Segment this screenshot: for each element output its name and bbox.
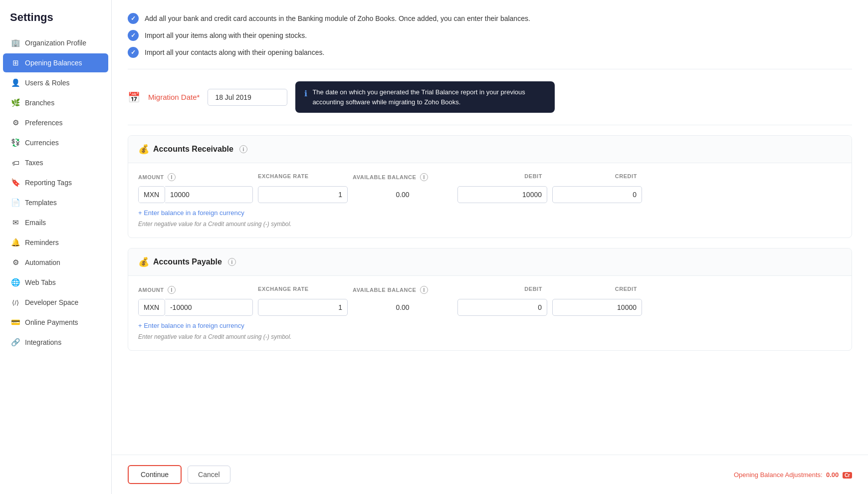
sidebar-item-opening-balances[interactable]: ⊞ Opening Balances (3, 53, 108, 72)
ap-debit-header: DEBIT (457, 286, 547, 294)
ar-amount-header: AMOUNT i (138, 173, 253, 181)
checklist-item-2: Import all your items along with their o… (128, 27, 852, 44)
opening-balances-icon: ⊞ (11, 58, 20, 67)
ap-exchange-rate-header: EXCHANGE RATE (258, 286, 348, 294)
automation-icon: ⚙ (11, 258, 20, 267)
ar-exchange-rate-header: EXCHANGE RATE (258, 173, 348, 181)
ar-currency-select[interactable]: MXN USD EUR (139, 187, 163, 203)
accounts-payable-section: 💰 Accounts Payable i AMOUNT i EXCHANGE R… (128, 248, 852, 351)
currencies-icon: 💱 (11, 138, 20, 147)
ap-field-headers: AMOUNT i EXCHANGE RATE AVAILABLE BALANCE… (138, 286, 842, 294)
ar-exchange-rate-input[interactable] (258, 186, 348, 203)
reminders-icon: 🔔 (11, 238, 20, 247)
accounts-payable-icon: 💰 (138, 256, 149, 267)
migration-date-row: 📅 Migration Date* ℹ The date on which yo… (128, 69, 852, 125)
ap-credit-input[interactable] (552, 299, 642, 316)
ap-foreign-currency-link[interactable]: + Enter balance in a foreign currency (138, 322, 244, 329)
ar-amount-input[interactable] (165, 186, 253, 203)
ap-available-balance-info-icon: i (420, 286, 428, 294)
reporting-tags-icon: 🔖 (11, 178, 20, 187)
sidebar-item-reporting-tags[interactable]: 🔖 Reporting Tags (3, 173, 108, 192)
checklist-item-3: Import all your contacts along with thei… (128, 44, 852, 61)
ar-debit-input[interactable] (457, 186, 547, 203)
ar-currency-select-wrap[interactable]: MXN USD EUR ▾ (138, 186, 165, 203)
footer: Continue Cancel Opening Balance Adjustme… (112, 455, 868, 494)
taxes-icon: 🏷 (11, 158, 20, 167)
ap-debit-input[interactable] (457, 299, 547, 316)
ar-currency-amount-wrap: MXN USD EUR ▾ (138, 186, 253, 203)
sidebar-item-branches[interactable]: 🌿 Branches (3, 93, 108, 112)
sidebar-item-currencies[interactable]: 💱 Currencies (3, 133, 108, 152)
sidebar-item-reminders[interactable]: 🔔 Reminders (3, 233, 108, 252)
sidebar-item-taxes[interactable]: 🏷 Taxes (3, 153, 108, 172)
tooltip-info-icon: ℹ (304, 88, 307, 100)
ar-field-row: MXN USD EUR ▾ 0.00 (138, 186, 842, 203)
migration-label: Migration Date* (148, 93, 200, 101)
sidebar-item-emails[interactable]: ✉ Emails (3, 213, 108, 232)
sidebar-item-online-payments[interactable]: 💳 Online Payments (3, 313, 108, 332)
migration-tooltip: ℹ The date on which you generated the Tr… (295, 81, 555, 113)
ar-foreign-currency-link[interactable]: + Enter balance in a foreign currency (138, 209, 244, 217)
sidebar-item-users-roles[interactable]: 👤 Users & Roles (3, 73, 108, 92)
ar-credit-header: CREDIT (552, 173, 642, 181)
templates-icon: 📄 (11, 198, 20, 207)
migration-date-input[interactable] (208, 89, 287, 106)
ar-available-balance-header: AVAILABLE BALANCE i (353, 173, 452, 181)
users-roles-icon: 👤 (11, 78, 20, 87)
ar-debit-header: DEBIT (457, 173, 547, 181)
ap-available-balance-header: AVAILABLE BALANCE i (353, 286, 452, 294)
ar-field-headers: AMOUNT i EXCHANGE RATE AVAILABLE BALANCE… (138, 173, 842, 181)
sidebar-item-automation[interactable]: ⚙ Automation (3, 253, 108, 272)
sidebar: Settings 🏢 Organization Profile ⊞ Openin… (0, 0, 112, 494)
sidebar-item-templates[interactable]: 📄 Templates (3, 193, 108, 212)
ar-amount-info-icon: i (168, 173, 176, 181)
sidebar-item-preferences[interactable]: ⚙ Preferences (3, 113, 108, 132)
sidebar-item-integrations[interactable]: 🔗 Integrations (3, 333, 108, 352)
ap-negative-hint: Enter negative value for a Credit amount… (138, 333, 842, 340)
checklist-section: Add all your bank and credit card accoun… (128, 0, 852, 69)
sidebar-item-developer-space[interactable]: ⟨/⟩ Developer Space (3, 293, 108, 312)
ap-amount-input[interactable] (165, 299, 253, 316)
integrations-icon: 🔗 (11, 338, 20, 347)
ap-available-balance-value: 0.00 (353, 299, 452, 315)
ap-currency-select[interactable]: MXN USD EUR (139, 299, 163, 315)
ar-available-balance-info-icon: i (420, 173, 428, 181)
online-payments-icon: 💳 (11, 318, 20, 327)
cancel-button[interactable]: Cancel (188, 466, 230, 484)
accounts-receivable-section: 💰 Accounts Receivable i AMOUNT i EXCHANG… (128, 135, 852, 238)
ap-currency-amount-wrap: MXN USD EUR ▾ (138, 299, 253, 316)
branches-icon: 🌿 (11, 98, 20, 107)
ar-negative-hint: Enter negative value for a Credit amount… (138, 221, 842, 228)
check-icon-1 (128, 13, 139, 24)
main-panel: Add all your bank and credit card accoun… (112, 0, 868, 494)
accounts-payable-info-icon: i (228, 258, 236, 266)
continue-button[interactable]: Continue (128, 465, 182, 484)
accounts-payable-body: AMOUNT i EXCHANGE RATE AVAILABLE BALANCE… (128, 276, 852, 350)
ap-credit-header: CREDIT (552, 286, 642, 294)
ap-amount-header: AMOUNT i (138, 286, 253, 294)
accounts-receivable-icon: 💰 (138, 144, 149, 155)
sidebar-item-web-tabs[interactable]: 🌐 Web Tabs (3, 273, 108, 292)
ar-credit-input[interactable] (552, 186, 642, 203)
cr-badge: Cr (843, 472, 852, 479)
checklist-item-1: Add all your bank and credit card accoun… (128, 10, 852, 27)
web-tabs-icon: 🌐 (11, 278, 20, 287)
preferences-icon: ⚙ (11, 118, 20, 127)
sidebar-item-org-profile[interactable]: 🏢 Organization Profile (3, 33, 108, 52)
ap-exchange-rate-input[interactable] (258, 299, 348, 316)
ar-available-balance-value: 0.00 (353, 187, 452, 203)
adjustment-text: Opening Balance Adjustments: 0.00 Cr (734, 471, 852, 479)
accounts-receivable-info-icon: i (239, 145, 247, 153)
migration-icon: 📅 (128, 91, 140, 103)
check-icon-2 (128, 30, 139, 41)
emails-icon: ✉ (11, 218, 20, 227)
developer-space-icon: ⟨/⟩ (11, 298, 20, 307)
org-profile-icon: 🏢 (11, 38, 20, 47)
app-title: Settings (0, 0, 111, 33)
ap-field-row: MXN USD EUR ▾ 0.00 (138, 299, 842, 316)
adjustment-value: 0.00 (826, 471, 839, 479)
accounts-receivable-body: AMOUNT i EXCHANGE RATE AVAILABLE BALANCE… (128, 163, 852, 238)
check-icon-3 (128, 47, 139, 58)
ap-amount-info-icon: i (168, 286, 176, 294)
ap-currency-select-wrap[interactable]: MXN USD EUR ▾ (138, 299, 165, 316)
